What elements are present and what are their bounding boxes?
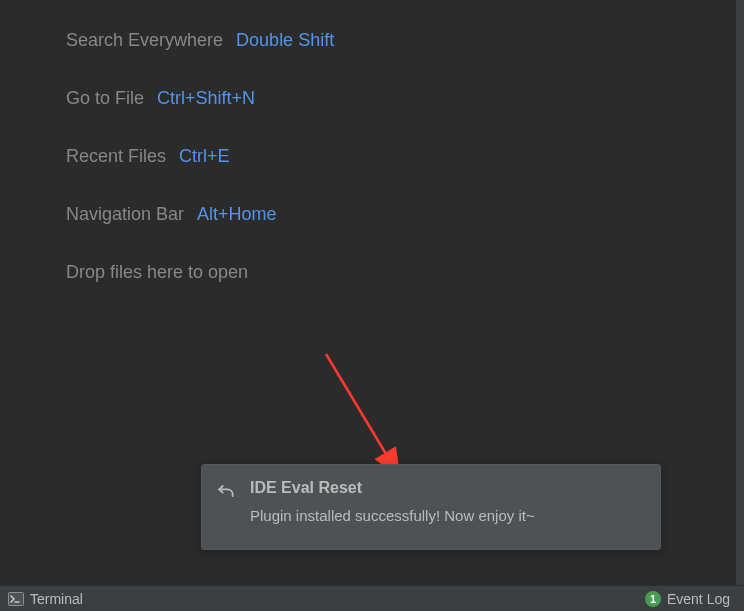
hint-label: Go to File (66, 88, 144, 108)
hint-recent-files: Recent Files Ctrl+E (66, 144, 334, 168)
notification-body: Plugin installed successfully! Now enjoy… (250, 507, 644, 524)
notification-title: IDE Eval Reset (250, 479, 644, 497)
event-log-button[interactable]: 1 Event Log (645, 586, 744, 611)
hint-search-everywhere: Search Everywhere Double Shift (66, 28, 334, 52)
hint-label: Search Everywhere (66, 30, 223, 50)
undo-icon (216, 481, 236, 501)
notification-balloon[interactable]: IDE Eval Reset Plugin installed successf… (201, 464, 661, 550)
editor-empty-area[interactable]: Search Everywhere Double Shift Go to Fil… (0, 0, 735, 585)
svg-line-1 (326, 354, 398, 474)
hint-shortcut: Alt+Home (197, 204, 277, 224)
status-bar: Terminal 1 Event Log (0, 585, 744, 611)
hint-drop-files: Drop files here to open (66, 260, 334, 284)
hint-go-to-file: Go to File Ctrl+Shift+N (66, 86, 334, 110)
terminal-tool-button[interactable]: Terminal (0, 586, 83, 611)
empty-state-hints: Search Everywhere Double Shift Go to Fil… (66, 28, 334, 318)
hint-shortcut: Ctrl+E (179, 146, 230, 166)
event-count-badge: 1 (645, 591, 661, 607)
hint-navigation-bar: Navigation Bar Alt+Home (66, 202, 334, 226)
hint-label: Recent Files (66, 146, 166, 166)
hint-shortcut: Ctrl+Shift+N (157, 88, 255, 108)
right-toolwindow-gutter[interactable] (735, 0, 744, 585)
hint-shortcut: Double Shift (236, 30, 334, 50)
terminal-label: Terminal (30, 591, 83, 607)
event-log-label: Event Log (667, 591, 730, 607)
hint-label: Navigation Bar (66, 204, 184, 224)
terminal-icon (8, 592, 24, 606)
svg-rect-2 (9, 592, 24, 605)
hint-label: Drop files here to open (66, 262, 248, 282)
